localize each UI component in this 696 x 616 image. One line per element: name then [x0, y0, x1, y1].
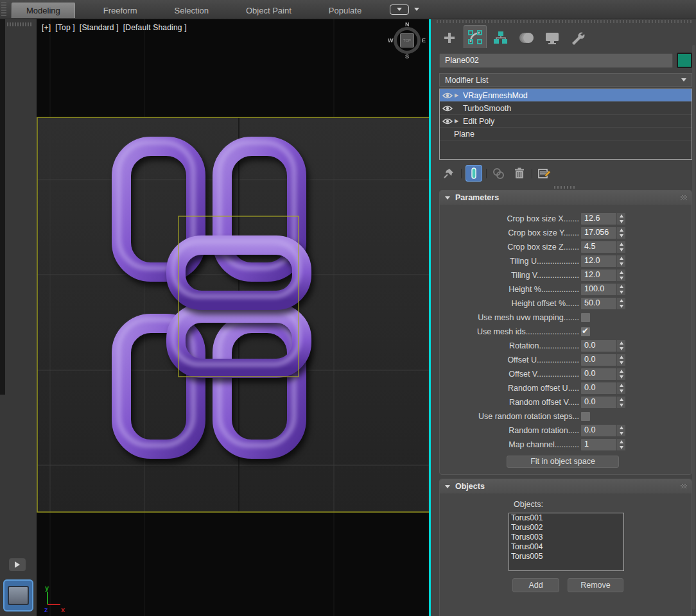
spinner-arrows[interactable] — [617, 255, 625, 267]
rollout-splitter-handle[interactable] — [554, 186, 576, 189]
parameters-rollout-header[interactable]: Parameters — [440, 191, 692, 205]
spinner-arrows[interactable] — [617, 284, 625, 295]
make-unique-button[interactable] — [491, 165, 507, 182]
stack-row-edit-poly[interactable]: ▶Edit Poly — [440, 115, 692, 128]
param-value-field[interactable]: 4.5 — [581, 241, 616, 253]
spinner-arrows[interactable] — [617, 213, 625, 225]
object-name-field[interactable]: Plane002 — [439, 53, 673, 68]
spinner-down-icon[interactable] — [617, 431, 625, 436]
ribbon-options-caret-icon[interactable] — [414, 8, 419, 11]
tab-utilities[interactable] — [566, 28, 589, 48]
spinner-up-icon[interactable] — [617, 382, 625, 388]
viewcube-south-label[interactable]: S — [405, 53, 409, 60]
viewport-layout-button[interactable] — [3, 579, 33, 612]
object-list-item[interactable]: Torus005 — [509, 552, 623, 561]
spinner-up-icon[interactable] — [617, 284, 625, 289]
spinner-arrows[interactable] — [617, 340, 625, 352]
show-end-result-button[interactable] — [465, 165, 482, 182]
object-list-item[interactable]: Torus002 — [509, 523, 623, 533]
panel-drag-handle[interactable] — [437, 20, 693, 23]
spinner-arrows[interactable] — [617, 241, 625, 253]
param-value-field[interactable]: 0.0 — [581, 354, 616, 366]
param-value-field[interactable]: 0.0 — [581, 382, 616, 394]
object-color-swatch[interactable] — [677, 53, 692, 68]
spinner-arrows[interactable] — [617, 382, 625, 394]
ribbon-grip[interactable] — [1, 2, 6, 17]
spinner-down-icon[interactable] — [617, 360, 625, 366]
object-list-item[interactable]: Torus001 — [509, 513, 623, 523]
tab-create[interactable] — [438, 28, 461, 48]
spinner-down-icon[interactable] — [617, 275, 625, 281]
param-checkbox[interactable] — [581, 412, 590, 421]
expand-arrow-icon[interactable]: ▶ — [455, 118, 461, 124]
spinner-arrows[interactable] — [617, 270, 625, 281]
expand-arrow-icon[interactable]: ▶ — [455, 92, 461, 98]
stack-row-turbosmooth[interactable]: TurboSmooth — [440, 102, 692, 115]
tab-display[interactable] — [541, 28, 564, 48]
spinner-down-icon[interactable] — [617, 247, 625, 253]
viewport-label-segment-2[interactable]: [Standard ] — [80, 23, 119, 32]
visibility-eye-icon[interactable] — [442, 92, 453, 99]
viewcube-west-label[interactable]: W — [388, 37, 394, 44]
spinner-up-icon[interactable] — [617, 298, 625, 304]
viewport-label-segment-3[interactable]: [Default Shading ] — [123, 23, 187, 32]
param-value-field[interactable]: 0.0 — [581, 425, 616, 436]
spinner-up-icon[interactable] — [617, 425, 625, 431]
toolbar-drag-handle[interactable] — [7, 22, 31, 26]
spinner-down-icon[interactable] — [617, 219, 625, 225]
spinner-up-icon[interactable] — [617, 368, 625, 374]
spinner-down-icon[interactable] — [617, 346, 625, 352]
expand-arrow-button[interactable] — [9, 558, 26, 571]
viewcube[interactable]: TOP N S W E — [389, 22, 425, 58]
fit-in-object-space-button[interactable]: Fit in object space — [507, 456, 619, 468]
viewport-label-segment-0[interactable]: [+] — [42, 23, 51, 32]
spinner-up-icon[interactable] — [617, 397, 625, 402]
visibility-eye-icon[interactable] — [442, 105, 453, 112]
ribbon-tab-object-paint[interactable]: Object Paint — [237, 3, 300, 18]
add-object-button[interactable]: Add — [512, 578, 559, 592]
remove-modifier-button[interactable] — [511, 165, 528, 182]
param-value-field[interactable]: 0.0 — [581, 397, 616, 408]
stack-row-vrayenmeshmod[interactable]: ▶VRayEnmeshMod — [440, 89, 692, 102]
spinner-down-icon[interactable] — [617, 402, 625, 408]
param-value-field[interactable]: 17.056 — [581, 227, 616, 239]
spinner-down-icon[interactable] — [617, 289, 625, 295]
spinner-up-icon[interactable] — [617, 340, 625, 346]
viewport-top[interactable]: y z x [+][Top ][Standard ][Default Shadi… — [37, 19, 430, 616]
spinner-arrows[interactable] — [617, 425, 625, 436]
spinner-up-icon[interactable] — [617, 354, 625, 360]
tab-modify[interactable] — [464, 25, 487, 48]
viewport-label-segment-1[interactable]: [Top ] — [55, 23, 75, 32]
spinner-down-icon[interactable] — [617, 304, 625, 309]
ribbon-tab-populate[interactable]: Populate — [320, 3, 370, 18]
param-value-field[interactable]: 100.0 — [581, 284, 616, 295]
spinner-down-icon[interactable] — [617, 374, 625, 380]
viewcube-north-label[interactable]: N — [405, 21, 410, 28]
param-value-field[interactable]: 1 — [581, 439, 616, 450]
param-value-field[interactable]: 0.0 — [581, 340, 616, 352]
spinner-arrows[interactable] — [617, 397, 625, 408]
pin-stack-button[interactable] — [440, 165, 457, 182]
ribbon-tab-selection[interactable]: Selection — [166, 3, 218, 18]
visibility-eye-icon[interactable] — [442, 117, 453, 125]
ribbon-tab-freeform[interactable]: Freeform — [94, 3, 146, 18]
modifier-list-dropdown[interactable]: Modifier List — [439, 73, 692, 87]
object-list-item[interactable]: Torus004 — [509, 542, 623, 552]
objects-rollout-header[interactable]: Objects — [440, 479, 692, 493]
objects-listbox[interactable]: Torus001Torus002Torus003Torus004Torus005 — [509, 513, 624, 571]
tab-hierarchy[interactable] — [489, 28, 512, 48]
tab-motion[interactable] — [515, 28, 538, 48]
param-value-field[interactable]: 50.0 — [581, 298, 616, 309]
spinner-arrows[interactable] — [617, 368, 625, 380]
spinner-up-icon[interactable] — [617, 439, 625, 445]
spinner-up-icon[interactable] — [617, 255, 625, 261]
object-list-item[interactable]: Torus003 — [509, 533, 623, 542]
spinner-up-icon[interactable] — [617, 213, 625, 219]
ribbon-minimize-button[interactable] — [390, 4, 409, 15]
viewcube-face-top[interactable]: TOP — [400, 33, 414, 47]
param-value-field[interactable]: 0.0 — [581, 368, 616, 380]
spinner-up-icon[interactable] — [617, 227, 625, 233]
rollout-dock-icon[interactable] — [681, 195, 687, 200]
spinner-arrows[interactable] — [617, 298, 625, 309]
param-value-field[interactable]: 12.6 — [581, 213, 616, 225]
